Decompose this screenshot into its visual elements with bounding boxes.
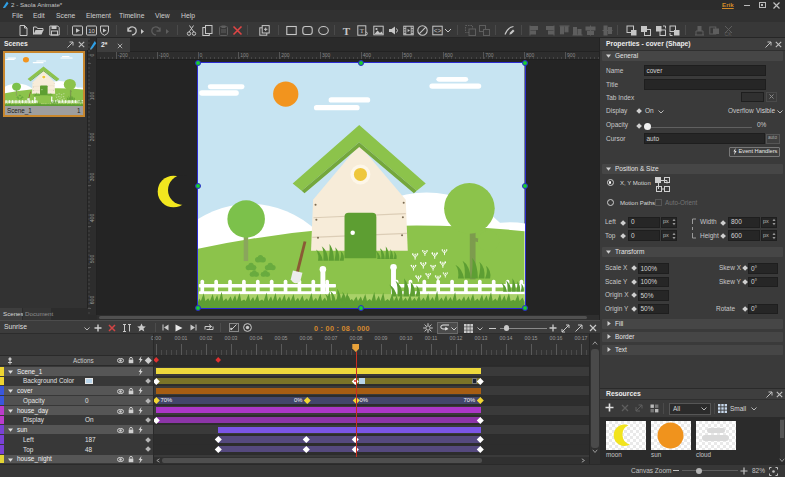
svg-text:T: T <box>359 27 364 35</box>
svg-text:<>: <> <box>433 27 441 34</box>
svg-text:CK: CK <box>725 30 733 36</box>
svg-text:T: T <box>342 25 350 36</box>
svg-text:10: 10 <box>88 28 95 34</box>
